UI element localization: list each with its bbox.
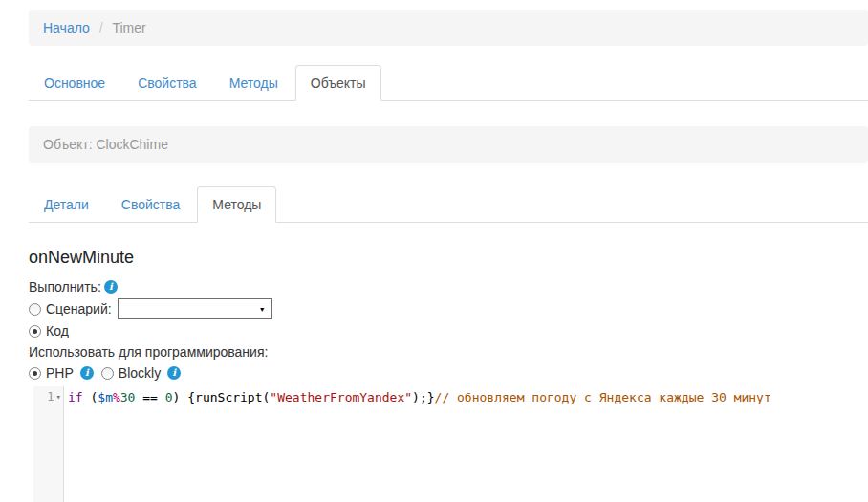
code-editor[interactable]: 1▾ if ($m%30 == 0) {runScript("WeatherFr… [33, 386, 868, 502]
code-token: == [135, 390, 164, 404]
line-number: 1 [47, 389, 54, 405]
code-label: Код [46, 321, 69, 340]
scenario-row: Сценарий: ▼ [29, 298, 868, 319]
language-label-row: Использовать для программирования: [29, 342, 868, 361]
tab-main-obekty[interactable]: Объекты [295, 65, 381, 101]
page: Начало / Timer Основное Свойства Методы … [0, 10, 868, 502]
tab-object-metody[interactable]: Методы [197, 186, 276, 223]
code-token: "WeatherFromYandex" [270, 390, 412, 404]
breadcrumb: Начало / Timer [29, 10, 868, 46]
tab-main-osnovnoe[interactable]: Основное [29, 65, 120, 101]
scenario-radio[interactable] [29, 303, 41, 316]
tab-main-svoystva[interactable]: Свойства [122, 65, 211, 101]
blockly-info-icon[interactable]: i [167, 366, 181, 380]
blockly-label: Blockly [119, 363, 161, 382]
breadcrumb-separator: / [94, 20, 109, 35]
select-arrow-icon: ▼ [259, 306, 266, 314]
object-title: Объект: ClockChime [43, 137, 168, 152]
execute-label: Выполнить: [29, 277, 101, 296]
code-token: if [68, 390, 83, 404]
gutter-cell: 1▾ [33, 389, 64, 405]
blockly-radio[interactable] [101, 367, 114, 380]
code-token: ) { [173, 390, 195, 404]
scenario-select-value [119, 310, 130, 314]
language-label: Использовать для программирования: [29, 342, 268, 361]
code-token: );} [412, 390, 434, 404]
breadcrumb-current: Timer [112, 20, 145, 35]
code-token: runScript [195, 390, 262, 404]
main-tabs: Основное Свойства Методы Объекты [29, 65, 868, 101]
breadcrumb-link-home[interactable]: Начало [43, 20, 90, 35]
method-name-heading: onNewMinute [29, 248, 868, 268]
code-option-row: Код [29, 321, 868, 340]
php-label: PHP [46, 363, 74, 382]
execute-info-icon[interactable]: i [104, 280, 118, 294]
language-row: PHP i Blockly i [29, 363, 868, 382]
code-token: $m [98, 390, 113, 404]
code-token: % [113, 390, 120, 404]
code-text: if ($m%30 == 0) {runScript("WeatherFromY… [64, 389, 771, 405]
fold-arrow-icon[interactable]: ▾ [56, 389, 61, 405]
code-token: ( [83, 390, 98, 404]
scenario-select[interactable]: ▼ [118, 298, 272, 319]
code-radio[interactable] [29, 325, 41, 338]
tab-object-detali[interactable]: Детали [29, 186, 104, 223]
execute-row: Выполнить: i [29, 277, 868, 296]
php-info-icon[interactable]: i [80, 366, 94, 380]
tab-main-metody[interactable]: Методы [214, 65, 293, 101]
code-line: 1▾ if ($m%30 == 0) {runScript("WeatherFr… [33, 386, 868, 405]
object-title-bar: Объект: ClockChime [29, 126, 868, 163]
object-tabs: Детали Свойства Методы [29, 186, 868, 223]
tab-object-svoystva[interactable]: Свойства [106, 186, 195, 223]
scenario-label: Сценарий: [46, 299, 112, 318]
code-token: // обновляем погоду с Яндекса каждые 30 … [435, 390, 771, 404]
code-token: 0 [165, 390, 173, 404]
code-token: 30 [120, 390, 136, 404]
php-radio[interactable] [29, 367, 41, 380]
